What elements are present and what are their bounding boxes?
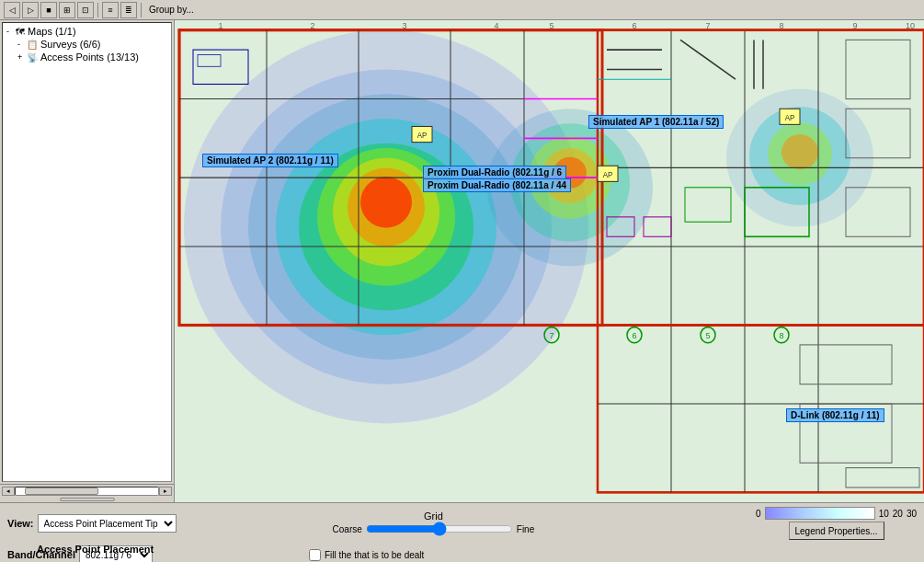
toolbar-separator	[97, 3, 98, 17]
ap-label-simulated-2: Simulated AP 2 (802.11g / 11)	[202, 154, 338, 167]
legend-section: 0 10 20 30 Legend Properties...	[756, 507, 917, 540]
scrollbar-horizontal[interactable]: ◂ ▸	[0, 484, 174, 497]
scrollbar-thumb[interactable]	[25, 487, 98, 495]
surveys-label: Surveys (6/6)	[40, 39, 100, 50]
svg-text:5: 5	[706, 331, 711, 340]
svg-text:3: 3	[403, 20, 407, 29]
svg-text:2: 2	[311, 20, 315, 29]
legend-gradient	[765, 507, 875, 520]
view-label: View:	[7, 518, 34, 529]
svg-point-18	[781, 134, 818, 169]
expand-surveys[interactable]: -	[17, 40, 27, 49]
svg-text:7: 7	[706, 20, 711, 29]
svg-text:7: 7	[550, 331, 554, 340]
ap-label-dlink: D-Link (802.11g / 11)	[786, 408, 884, 422]
svg-text:4: 4	[495, 20, 499, 29]
scroll-right[interactable]: ▸	[159, 487, 172, 496]
expand-ap[interactable]: +	[17, 52, 27, 62]
ap-label-proxim-1: Proxim Dual-Radio (802.11g / 6	[423, 166, 566, 179]
svg-text:8: 8	[780, 331, 784, 340]
svg-text:1: 1	[219, 20, 223, 29]
toolbar-btn-6[interactable]: ≡	[102, 2, 119, 18]
tree-view[interactable]: - 🗺 Maps (1/1) - 📋 Surveys (6/6) + 📡 Acc…	[2, 22, 172, 482]
toolbar-separator-2	[141, 3, 142, 17]
svg-text:5: 5	[550, 20, 554, 29]
ap-label: Access Points (13/13)	[40, 52, 139, 63]
expand-maps[interactable]: -	[6, 27, 16, 36]
surveys-icon: 📋	[27, 40, 38, 50]
scroll-left[interactable]: ◂	[2, 487, 15, 496]
legend-val-1: 10	[879, 509, 889, 519]
grid-label: Grid	[424, 510, 443, 522]
view-dropdown[interactable]: Access Point Placement Tip	[38, 514, 177, 533]
bottom-bar-row2: Band/Channel 802.11g / 6 Access Point Pl…	[0, 544, 924, 562]
bottom-bar: View: Access Point Placement Tip Grid Co…	[0, 502, 924, 562]
svg-text:6: 6	[633, 20, 637, 29]
svg-point-9	[360, 177, 412, 228]
ap-icon: 📡	[27, 52, 38, 63]
svg-text:AP: AP	[417, 132, 428, 140]
grid-coarse-label: Coarse	[333, 524, 362, 534]
svg-text:6: 6	[633, 331, 637, 340]
view-section: View: Access Point Placement Tip	[7, 514, 177, 533]
grid-fine-label: Fine	[517, 524, 534, 534]
svg-text:10: 10	[906, 20, 915, 29]
toolbar-btn-2[interactable]: ▷	[22, 2, 39, 18]
legend-val-3: 30	[907, 509, 917, 519]
tree-item-maps[interactable]: - 🗺 Maps (1/1)	[5, 25, 169, 38]
tree-item-access-points[interactable]: + 📡 Access Points (13/13)	[5, 51, 169, 63]
legend-val-0: 0	[756, 509, 761, 519]
legend-scale-row: 0 10 20 30	[756, 507, 917, 520]
toolbar-btn-5[interactable]: ⊡	[77, 2, 94, 18]
maps-label: Maps (1/1)	[28, 26, 76, 37]
svg-text:AP: AP	[603, 171, 613, 179]
map-container[interactable]: 1 2 3 4 5 6 7 8 9 10 7 6 5 8	[175, 20, 924, 502]
toolbar-btn-1[interactable]: ◁	[4, 2, 20, 18]
toolbar-group-label: Group by...	[149, 5, 194, 15]
svg-text:8: 8	[780, 20, 784, 29]
toolbar-btn-3[interactable]: ■	[40, 2, 57, 18]
checkbox-row: Fill the that is to be dealt	[309, 549, 424, 561]
fill-checkbox[interactable]	[309, 549, 321, 561]
toolbar-btn-7[interactable]: ≣	[120, 2, 137, 18]
tree-item-surveys[interactable]: - 📋 Surveys (6/6)	[5, 38, 169, 51]
svg-text:9: 9	[853, 20, 858, 29]
svg-text:AP: AP	[785, 114, 795, 122]
view-select[interactable]: Access Point Placement Tip	[38, 514, 177, 533]
grid-slider[interactable]	[366, 522, 513, 536]
ap-label-simulated-1: Simulated AP 1 (802.11a / 52)	[588, 115, 724, 129]
scrollbar-track[interactable]	[15, 487, 159, 496]
map-svg: 1 2 3 4 5 6 7 8 9 10 7 6 5 8	[175, 20, 924, 502]
maps-icon: 🗺	[16, 27, 25, 37]
toolbar-btn-4[interactable]: ⊞	[59, 2, 75, 18]
legend-properties-button[interactable]: Legend Properties...	[789, 522, 884, 540]
resize-handle[interactable]	[60, 498, 115, 501]
access-point-placement-label: Access Point Placement	[37, 544, 154, 555]
grid-section: Grid Coarse Fine	[333, 510, 535, 536]
grid-slider-row: Coarse Fine	[333, 522, 535, 536]
left-panel: - 🗺 Maps (1/1) - 📋 Surveys (6/6) + 📡 Acc…	[0, 20, 175, 502]
ap-label-proxim-2: Proxim Dual-Radio (802.11a / 44	[423, 178, 571, 192]
legend-val-2: 20	[893, 509, 903, 519]
toolbar: ◁ ▷ ■ ⊞ ⊡ ≡ ≣ Group by...	[0, 0, 924, 20]
checkbox-label: Fill the that is to be dealt	[325, 550, 424, 560]
